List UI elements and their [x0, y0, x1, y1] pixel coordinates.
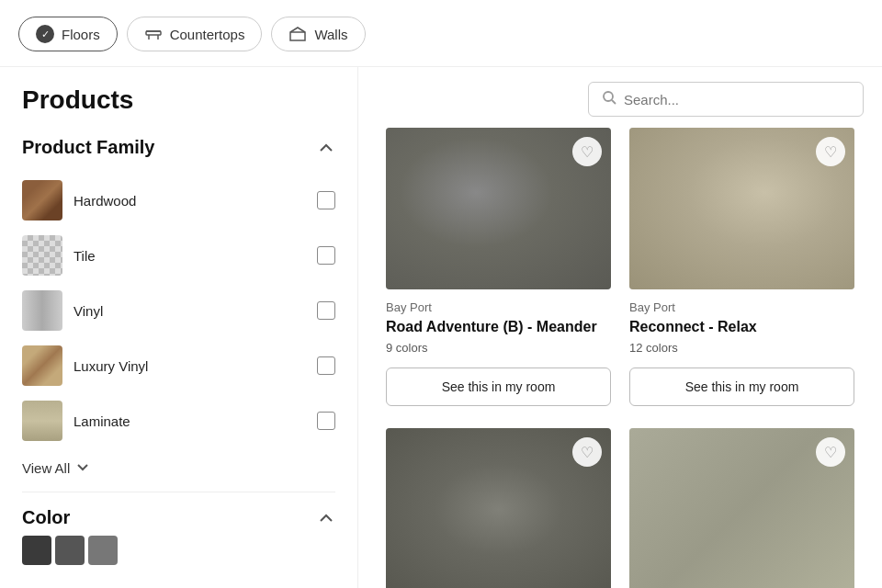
- tab-walls[interactable]: Walls: [271, 17, 365, 51]
- tab-walls-label: Walls: [314, 27, 347, 42]
- heart-button-4[interactable]: ♡: [816, 437, 845, 467]
- search-icon: [602, 90, 616, 108]
- product-name-1: Road Adventure (B) - Meander: [386, 318, 611, 337]
- tile-thumbnail: [22, 235, 62, 276]
- product-card-3: ♡ Bay Port Adventure Trail - Explore 8 c…: [377, 428, 620, 588]
- svg-line-7: [612, 100, 616, 104]
- page-title: Products: [22, 85, 335, 115]
- check-icon: ✓: [36, 25, 54, 43]
- filter-item-tile: Tile: [22, 228, 335, 283]
- tile-label: Tile: [74, 248, 96, 264]
- product-image-4: ♡: [629, 428, 854, 588]
- luxury-vinyl-thumbnail: [22, 345, 62, 386]
- vinyl-label: Vinyl: [74, 303, 103, 319]
- svg-marker-4: [290, 28, 305, 40]
- hardwood-checkbox[interactable]: [317, 191, 335, 209]
- heart-button-2[interactable]: ♡: [816, 137, 845, 166]
- luxury-vinyl-label: Luxury Vinyl: [74, 358, 148, 374]
- product-name-2: Reconnect - Relax: [629, 318, 854, 337]
- search-bar-row: [358, 67, 882, 128]
- product-image-3: ♡: [386, 428, 611, 588]
- product-family-section: Product Family Hardwood T: [22, 137, 335, 477]
- svg-point-6: [604, 92, 613, 101]
- color-title: Color: [22, 507, 70, 528]
- tab-floors-label: Floors: [62, 27, 100, 42]
- search-bar: [588, 82, 864, 117]
- product-card-2: ♡ Bay Port Reconnect - Relax 12 colors S…: [620, 128, 864, 428]
- hardwood-thumbnail: [22, 180, 62, 220]
- heart-button-1[interactable]: ♡: [572, 137, 602, 166]
- vinyl-thumbnail: [22, 290, 62, 331]
- see-room-button-2[interactable]: See this in my room: [629, 368, 854, 406]
- filter-item-laminate-left: Laminate: [22, 401, 130, 441]
- luxury-vinyl-checkbox[interactable]: [317, 356, 335, 375]
- vinyl-checkbox[interactable]: [317, 301, 335, 320]
- filter-item-hardwood-left: Hardwood: [22, 180, 136, 220]
- product-brand-1: Bay Port: [386, 300, 611, 314]
- top-tabs: ✓ Floors Countertops Walls: [0, 0, 882, 67]
- laminate-label: Laminate: [74, 413, 130, 429]
- tab-countertops-label: Countertops: [170, 27, 245, 42]
- search-input[interactable]: [624, 92, 850, 107]
- product-grid: ♡ Bay Port Road Adventure (B) - Meander …: [358, 128, 882, 588]
- view-all-label: View All: [22, 460, 70, 476]
- filter-item-vinyl: Vinyl: [22, 283, 335, 338]
- product-image-2: ♡: [629, 128, 854, 289]
- color-header[interactable]: Color: [22, 507, 335, 528]
- color-swatch-mid[interactable]: [55, 536, 85, 565]
- see-room-button-1[interactable]: See this in my room: [386, 368, 611, 406]
- tab-countertops[interactable]: Countertops: [127, 17, 263, 51]
- hardwood-label: Hardwood: [74, 193, 136, 209]
- product-family-header[interactable]: Product Family: [22, 137, 335, 158]
- color-swatch-dark[interactable]: [22, 536, 51, 565]
- product-colors-1: 9 colors: [386, 341, 611, 355]
- product-family-title: Product Family: [22, 137, 154, 158]
- chevron-up-icon: [317, 139, 335, 157]
- filter-item-hardwood: Hardwood: [22, 173, 335, 228]
- filter-item-laminate: Laminate: [22, 393, 335, 448]
- color-chevron-up-icon: [317, 509, 335, 527]
- product-card-1: ♡ Bay Port Road Adventure (B) - Meander …: [377, 128, 620, 428]
- walls-icon: [288, 25, 307, 43]
- product-colors-2: 12 colors: [629, 341, 854, 355]
- countertops-icon: [144, 25, 163, 43]
- color-swatches: [22, 536, 335, 565]
- color-swatch-light[interactable]: [88, 536, 118, 565]
- product-area: ♡ Bay Port Road Adventure (B) - Meander …: [358, 67, 882, 588]
- tab-floors[interactable]: ✓ Floors: [18, 17, 118, 51]
- filter-item-luxury-vinyl: Luxury Vinyl: [22, 338, 335, 393]
- filter-item-luxury-vinyl-left: Luxury Vinyl: [22, 345, 148, 386]
- filter-item-vinyl-left: Vinyl: [22, 290, 103, 331]
- laminate-thumbnail: [22, 401, 62, 441]
- filter-item-tile-left: Tile: [22, 235, 96, 276]
- sidebar: Products Product Family Hardwood: [0, 67, 358, 588]
- tile-checkbox[interactable]: [317, 246, 335, 265]
- chevron-down-icon: [75, 459, 90, 477]
- main-layout: Products Product Family Hardwood: [0, 67, 882, 588]
- laminate-checkbox[interactable]: [317, 412, 335, 430]
- product-image-1: ♡: [386, 128, 611, 289]
- heart-button-3[interactable]: ♡: [572, 437, 602, 467]
- product-card-4: ♡ Bay Port Natural Path - Wander 10 colo…: [620, 428, 864, 588]
- color-section: Color: [22, 507, 335, 565]
- filter-divider: [22, 492, 335, 492]
- product-brand-2: Bay Port: [629, 300, 854, 314]
- view-all-button[interactable]: View All: [22, 459, 335, 477]
